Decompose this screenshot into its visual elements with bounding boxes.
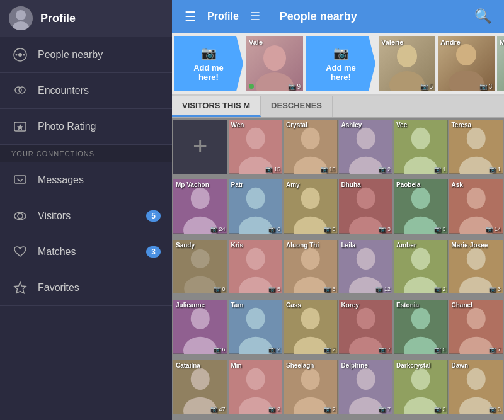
grid-cell-patr[interactable]: Patr📷 6 — [229, 179, 283, 234]
cell-name-label: Estonia — [396, 302, 419, 309]
grid-cell-ashley[interactable]: Ashley📷 2 — [339, 120, 393, 174]
cell-count-label: 📷 5 — [268, 286, 280, 292]
cell-count-label: 📷 2 — [324, 346, 336, 353]
cell-count-label: 📷 3 — [434, 226, 446, 232]
cell-count-label: 📷 1 — [489, 166, 501, 173]
grid-cell-dawn[interactable]: Dawn📷 3 — [449, 360, 503, 414]
photo-rating-icon — [11, 118, 29, 135]
cell-name-label: Min — [231, 362, 242, 369]
grid-cell-teresa[interactable]: Teresa📷 1 — [449, 120, 503, 174]
grid-cell-chanel[interactable]: Chanel📷 7 — [449, 300, 503, 354]
nearby-name-andre: Andre — [440, 38, 461, 46]
nearby-person-valerie[interactable]: Valerie 📷 5 — [379, 36, 435, 91]
persons-grid: +Wen📷 15Crystal📷 15Ashley📷 2Vee📷 1Teresa… — [172, 118, 504, 420]
grid-cell-tam[interactable]: Tam📷 2 — [229, 300, 283, 354]
svg-point-51 — [411, 188, 430, 209]
grid-cell-darkcrystal[interactable]: Darkcrystal📷 3 — [394, 360, 448, 414]
header-settings-button[interactable]: ☰ — [244, 9, 266, 23]
cell-name-label: Sheelagh — [286, 362, 314, 369]
cell-name-label: Wen — [231, 122, 244, 128]
grid-cell-cass[interactable]: Cass📷 2 — [284, 300, 338, 354]
cell-count-label: 📷 7 — [489, 346, 501, 353]
menu-button[interactable]: ☰ — [178, 9, 202, 24]
cell-name-label: Tam — [231, 302, 244, 309]
nearby-person-martin[interactable]: Martin 📷 3 — [497, 36, 504, 91]
grid-cell-catailna[interactable]: Catailna📷 47 — [173, 360, 227, 414]
cell-name-label: Patr — [231, 181, 243, 188]
svg-point-84 — [356, 308, 375, 329]
cell-name-label: Korey — [341, 302, 359, 309]
grid-cell-korey[interactable]: Korey📷 7 — [339, 300, 393, 354]
svg-point-1 — [16, 10, 26, 20]
visitors-badge: 5 — [146, 210, 161, 222]
grid-cell-aluong-thi[interactable]: Aluong Thi📷 5 — [284, 240, 338, 294]
search-button[interactable]: 🔍 — [468, 8, 498, 25]
encounters-icon — [11, 82, 29, 99]
sidebar-item-messages[interactable]: Messages — [0, 162, 172, 198]
grid-cell-min[interactable]: Min📷 2 — [229, 360, 283, 414]
grid-cell-estonia[interactable]: Estonia📷 5 — [394, 300, 448, 354]
grid-cell-amy[interactable]: Amy📷 6 — [284, 179, 338, 234]
tab-visitors[interactable]: VISITORS THIS M — [172, 96, 261, 117]
matches-icon — [11, 243, 29, 261]
grid-cell-amber[interactable]: Amber📷 2 — [394, 240, 448, 294]
sidebar-item-encounters[interactable]: Encounters — [0, 73, 172, 109]
add-me-btn-1[interactable]: 📷 Add mehere! — [174, 36, 243, 91]
grid-cell-mp-vachon[interactable]: Mp Vachon📷 24 — [173, 179, 227, 234]
tab-deschenes[interactable]: DESCHENES — [261, 96, 333, 117]
svg-point-12 — [18, 213, 23, 219]
nearby-name-valerie: Valerie — [381, 38, 403, 46]
svg-point-33 — [411, 128, 430, 149]
svg-point-18 — [389, 71, 425, 91]
cell-count-label: 📷 47 — [210, 406, 226, 412]
svg-point-19 — [456, 44, 476, 65]
sidebar-label-photo-rating: Photo Rating — [38, 121, 161, 132]
nearby-count-valerie: 📷 5 — [420, 83, 433, 90]
svg-point-75 — [191, 308, 210, 329]
grid-cell-wen[interactable]: Wen📷 15 — [229, 120, 283, 174]
svg-point-8 — [19, 87, 25, 93]
cell-count-label: 📷 1 — [434, 166, 446, 173]
svg-point-27 — [301, 128, 320, 149]
sidebar-label-messages: Messages — [38, 174, 161, 186]
sidebar-nav: People nearby Encounters Photo Rating — [0, 37, 172, 145]
grid-cell-vee[interactable]: Vee📷 1 — [394, 120, 448, 174]
cell-count-label: 📷 24 — [210, 226, 226, 232]
header-profile-label: Profile — [202, 11, 244, 22]
add-plus-icon: + — [193, 132, 207, 161]
svg-point-48 — [356, 188, 375, 209]
grid-cell-dhuha[interactable]: Dhuha📷 3 — [339, 179, 393, 234]
sidebar-item-favorites[interactable]: Favorites — [0, 270, 172, 306]
svg-point-17 — [397, 45, 417, 67]
sidebar-label-people-nearby: People nearby — [38, 49, 161, 60]
camera-icon-1: 📷 — [201, 45, 217, 60]
grid-cell-sandy[interactable]: Sandy📷 0 — [173, 240, 227, 294]
sidebar-item-matches[interactable]: Matches 3 — [0, 234, 172, 270]
grid-cell-kris[interactable]: Kris📷 5 — [229, 240, 283, 294]
grid-cell-leila[interactable]: Leila📷 12 — [339, 240, 393, 294]
sidebar-item-visitors[interactable]: Visitors 5 — [0, 198, 172, 234]
svg-point-57 — [191, 249, 210, 268]
content-tabs: VISITORS THIS M DESCHENES — [172, 96, 504, 118]
svg-point-93 — [191, 368, 210, 389]
sidebar-item-photo-rating[interactable]: Photo Rating — [0, 109, 172, 145]
grid-cell-julieanne[interactable]: Julieanne📷 6 — [173, 300, 227, 354]
sidebar-item-people-nearby[interactable]: People nearby — [0, 37, 172, 73]
sidebar-label-visitors: Visitors — [38, 210, 146, 222]
cell-name-label: Julieanne — [176, 302, 205, 309]
sidebar-profile[interactable]: Profile — [0, 0, 172, 37]
people-nearby-icon — [11, 46, 29, 64]
nearby-person-vale[interactable]: Vale 📷 9 — [246, 36, 303, 91]
add-me-btn-2[interactable]: 📷 Add mehere! — [306, 36, 375, 91]
cell-name-label: Leila — [341, 242, 356, 249]
grid-cell-paobela[interactable]: Paobela📷 3 — [394, 179, 448, 234]
grid-cell-delphine[interactable]: Delphine📷 7 — [339, 360, 393, 414]
nearby-person-andre[interactable]: Andre 📷 3 — [438, 36, 495, 91]
grid-cell-crystal[interactable]: Crystal📷 15 — [284, 120, 338, 174]
svg-point-69 — [411, 248, 430, 270]
grid-cell-marie-josee[interactable]: Marie-Josee📷 3 — [449, 240, 503, 294]
grid-cell-sheelagh[interactable]: Sheelagh📷 2 — [284, 360, 338, 414]
grid-cell-ask[interactable]: Ask📷 14 — [449, 179, 503, 234]
svg-point-90 — [466, 308, 485, 329]
add-cell[interactable]: + — [173, 120, 227, 174]
